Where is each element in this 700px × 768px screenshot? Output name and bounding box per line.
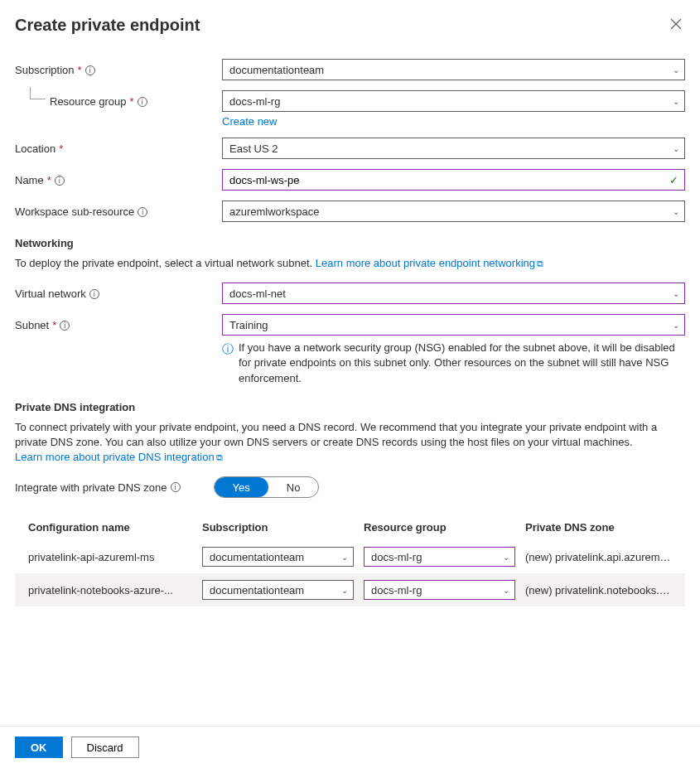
dns-heading: Private DNS integration	[15, 401, 685, 413]
chevron-down-icon: ⌄	[673, 97, 679, 106]
vnet-label: Virtual network	[15, 287, 86, 300]
info-icon[interactable]: i	[171, 482, 181, 492]
row-subscription-value: documentationteam	[210, 551, 304, 563]
row-dns: (new) privatelink.api.azureml....	[520, 548, 677, 567]
th-config: Configuration name	[23, 514, 197, 540]
row-rg-value: docs-ml-rg	[371, 551, 422, 563]
chevron-down-icon: ⌄	[503, 553, 509, 562]
networking-heading: Networking	[15, 237, 685, 249]
nsg-note: If you have a network security group (NS…	[239, 341, 685, 386]
networking-desc: To deploy the private endpoint, select a…	[15, 256, 685, 271]
row-rg-dropdown[interactable]: docs-ml-rg ⌄	[364, 547, 515, 567]
chevron-down-icon: ⌄	[341, 586, 348, 595]
th-rg: Resource group	[359, 514, 520, 540]
row-subscription-dropdown[interactable]: documentationteam ⌄	[202, 580, 354, 600]
ok-button[interactable]: OK	[15, 737, 63, 758]
external-link-icon: ⧉	[216, 452, 223, 462]
info-icon[interactable]: i	[60, 321, 70, 331]
chevron-down-icon: ⌄	[673, 289, 679, 298]
row-dns: (new) privatelink.notebooks.a...	[520, 581, 677, 600]
location-dropdown[interactable]: East US 2 ⌄	[222, 138, 685, 159]
row-subscription-dropdown[interactable]: documentationteam ⌄	[202, 547, 354, 567]
dns-learn-more-link[interactable]: Learn more about private DNS integration…	[15, 451, 223, 463]
resourcegroup-value: docs-ml-rg	[229, 95, 280, 108]
location-value: East US 2	[229, 142, 278, 155]
required-marker: *	[52, 319, 56, 331]
required-marker: *	[78, 64, 82, 76]
info-bullet-icon: ⓘ	[222, 341, 234, 386]
subscription-label: Subscription	[15, 64, 75, 76]
required-marker: *	[130, 95, 134, 108]
subresource-dropdown[interactable]: azuremlworkspace ⌄	[222, 200, 685, 222]
name-input[interactable]	[222, 169, 685, 191]
dns-desc: To connect privately with your private e…	[15, 421, 657, 448]
vnet-value: docs-ml-net	[229, 287, 286, 300]
subscription-dropdown[interactable]: documentationteam ⌄	[222, 59, 685, 80]
dns-learn-more-text: Learn more about private DNS integration	[15, 451, 215, 463]
panel-title: Create private endpoint	[15, 16, 200, 35]
vnet-dropdown[interactable]: docs-ml-net ⌄	[222, 283, 685, 304]
checkmark-icon: ✓	[669, 174, 678, 186]
resourcegroup-label: Resource group	[50, 95, 127, 108]
subscription-value: documentationteam	[229, 64, 324, 76]
subnet-label: Subnet	[15, 319, 49, 331]
row-rg-value: docs-ml-rg	[371, 584, 422, 597]
chevron-down-icon: ⌄	[341, 553, 348, 562]
integrate-toggle[interactable]: Yes No	[214, 476, 320, 498]
name-label: Name	[15, 174, 44, 186]
th-dns: Private DNS zone	[520, 514, 677, 540]
table-row-config: privatelink-notebooks-azure-...	[23, 581, 197, 600]
required-marker: *	[59, 142, 63, 155]
integrate-toggle-label: Integrate with private DNS zone	[15, 481, 167, 494]
required-marker: *	[47, 174, 51, 186]
dns-config-table: Configuration name Subscription Resource…	[15, 514, 685, 606]
table-row-config: privatelink-api-azureml-ms	[23, 548, 197, 567]
networking-learn-more-text: Learn more about private endpoint networ…	[316, 257, 535, 269]
networking-learn-more-link[interactable]: Learn more about private endpoint networ…	[316, 257, 543, 269]
close-icon[interactable]	[667, 15, 685, 36]
external-link-icon: ⧉	[537, 258, 543, 268]
info-icon[interactable]: i	[89, 289, 99, 299]
chevron-down-icon: ⌄	[673, 321, 679, 330]
subnet-dropdown[interactable]: Training ⌄	[222, 314, 685, 336]
row-rg-dropdown[interactable]: docs-ml-rg ⌄	[364, 580, 515, 600]
info-icon[interactable]: i	[55, 176, 65, 186]
subresource-label: Workspace sub-resource	[15, 205, 134, 218]
location-label: Location	[15, 142, 56, 155]
info-icon[interactable]: i	[138, 97, 147, 107]
chevron-down-icon: ⌄	[673, 207, 679, 216]
subnet-value: Training	[229, 319, 268, 331]
chevron-down-icon: ⌄	[673, 144, 679, 153]
resourcegroup-dropdown[interactable]: docs-ml-rg ⌄	[222, 90, 685, 112]
create-new-link[interactable]: Create new	[222, 115, 277, 128]
networking-desc-text: To deploy the private endpoint, select a…	[15, 257, 316, 269]
th-sub: Subscription	[197, 514, 359, 540]
subresource-value: azuremlworkspace	[229, 205, 319, 218]
info-icon[interactable]: i	[138, 207, 147, 217]
toggle-yes[interactable]: Yes	[215, 477, 268, 497]
chevron-down-icon: ⌄	[673, 65, 679, 75]
discard-button[interactable]: Discard	[71, 737, 139, 758]
toggle-no[interactable]: No	[268, 477, 319, 497]
row-subscription-value: documentationteam	[210, 584, 304, 597]
info-icon[interactable]: i	[85, 65, 95, 75]
chevron-down-icon: ⌄	[503, 586, 509, 595]
